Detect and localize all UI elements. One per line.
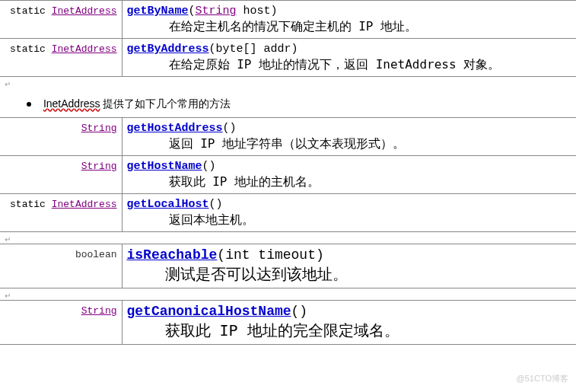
method-cell: isReachable(int timeout) 测试是否可以达到该地址。 <box>122 244 576 288</box>
method-name-link[interactable]: getByAddress <box>127 43 209 56</box>
table-row: String getHostAddress() 返回 IP 地址字符串（以文本表… <box>0 118 576 156</box>
params: () <box>223 122 237 135</box>
paragraph-mark: ↵ <box>0 292 576 300</box>
method-name-link[interactable]: getHostName <box>127 160 202 173</box>
type-link[interactable]: String <box>81 305 117 317</box>
method-name-link[interactable]: getByName <box>127 5 189 18</box>
table-row: String getHostName() 获取此 IP 地址的主机名。 <box>0 156 576 194</box>
static-keyword: static <box>10 199 46 210</box>
method-cell: getHostName() 获取此 IP 地址的主机名。 <box>122 156 576 194</box>
method-name-link[interactable]: getLocalHost <box>127 198 209 211</box>
type-link[interactable]: InetAddress <box>52 43 117 55</box>
modifier-cell: String <box>0 156 122 194</box>
params: () <box>209 198 223 211</box>
modifier-cell: static InetAddress <box>0 1 122 39</box>
table-row: static InetAddress getLocalHost() 返回本地主机… <box>0 194 576 232</box>
static-keyword: static <box>10 5 46 17</box>
method-description: 测试是否可以达到该地址。 <box>127 263 572 285</box>
method-description: 返回 IP 地址字符串（以文本表现形式）。 <box>127 135 572 152</box>
method-name-link[interactable]: getHostAddress <box>127 122 223 135</box>
method-description: 在给定主机名的情况下确定主机的 IP 地址。 <box>127 18 572 35</box>
bullet-icon <box>27 102 31 107</box>
params: (byte[] addr) <box>209 43 298 56</box>
method-table-1: static InetAddress getByName(String host… <box>0 0 576 77</box>
method-name-link[interactable]: getCanonicalHostName <box>127 304 291 319</box>
param-name: host) <box>237 5 278 18</box>
modifier-cell: String <box>0 118 122 156</box>
method-cell: getByAddress(byte[] addr) 在给定原始 IP 地址的情况… <box>122 39 576 77</box>
method-cell: getCanonicalHostName() 获取此 IP 地址的完全限定域名。 <box>122 301 576 345</box>
static-keyword: static <box>10 43 46 55</box>
boolean-keyword: boolean <box>75 249 117 260</box>
param-type-link[interactable]: String <box>196 5 237 18</box>
type-link[interactable]: InetAddress <box>52 199 117 210</box>
method-description: 获取此 IP 地址的完全限定域名。 <box>127 319 572 341</box>
table-row: String getCanonicalHostName() 获取此 IP 地址的… <box>0 301 576 345</box>
modifier-cell: static InetAddress <box>0 194 122 232</box>
params: () <box>291 304 308 319</box>
method-cell: getHostAddress() 返回 IP 地址字符串（以文本表现形式）。 <box>122 118 576 156</box>
type-link[interactable]: InetAddress <box>52 5 117 17</box>
method-description: 返回本地主机。 <box>127 211 572 228</box>
bullet-heading: InetAddress 提供了如下几个常用的方法 <box>0 88 576 117</box>
paragraph-mark: ↵ <box>0 235 576 244</box>
method-table-4: String getCanonicalHostName() 获取此 IP 地址的… <box>0 300 576 345</box>
type-link[interactable]: String <box>81 123 117 134</box>
table-row: boolean isReachable(int timeout) 测试是否可以达… <box>0 244 576 288</box>
method-description: 获取此 IP 地址的主机名。 <box>127 173 572 190</box>
method-name-link[interactable]: isReachable <box>127 247 218 263</box>
method-table-2: String getHostAddress() 返回 IP 地址字符串（以文本表… <box>0 117 576 232</box>
params-open: ( <box>189 5 196 18</box>
table-row: static InetAddress getByAddress(byte[] a… <box>0 39 576 77</box>
modifier-cell: boolean <box>0 244 122 288</box>
type-link[interactable]: String <box>81 161 117 172</box>
method-table-3: boolean isReachable(int timeout) 测试是否可以达… <box>0 244 576 288</box>
modifier-cell: static InetAddress <box>0 39 122 77</box>
method-description: 在给定原始 IP 地址的情况下，返回 InetAddress 对象。 <box>127 56 572 73</box>
method-cell: getByName(String host) 在给定主机名的情况下确定主机的 I… <box>122 1 576 39</box>
bullet-text: 提供了如下几个常用的方法 <box>100 97 231 110</box>
table-row: static InetAddress getByName(String host… <box>0 1 576 39</box>
params: (int timeout) <box>217 247 323 263</box>
method-cell: getLocalHost() 返回本地主机。 <box>122 194 576 232</box>
modifier-cell: String <box>0 301 122 345</box>
params: () <box>202 160 216 173</box>
class-name: InetAddress <box>43 97 100 110</box>
paragraph-mark: ↵ <box>0 80 576 88</box>
